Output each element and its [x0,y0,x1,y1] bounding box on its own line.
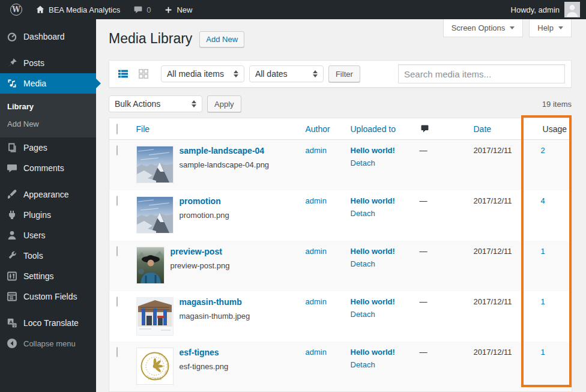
new-content-menu[interactable]: New [160,0,196,19]
media-thumbnail-shop[interactable] [136,297,174,336]
column-header-uploaded-to[interactable]: Uploaded to [351,124,396,134]
media-table: File Author Uploaded to Date Usage sampl… [109,118,572,392]
search-input[interactable] [398,64,565,83]
media-title-link[interactable]: magasin-thumb [180,297,242,307]
filter-button[interactable]: Filter [328,65,360,82]
sidebar: Dashboard Posts Media Library Add New Pa… [0,19,96,392]
detach-link[interactable]: Detach [351,310,375,319]
sidebar-item-appearance[interactable]: Appearance [0,184,96,205]
submenu-item-add-new[interactable]: Add New [0,115,96,133]
sidebar-item-custom-fields[interactable]: Custom Fields [0,286,96,307]
detach-link[interactable]: Detach [351,209,375,218]
column-header-usage: Usage [543,124,567,134]
screen-options-button[interactable]: Screen Options [443,19,524,37]
uploaded-to-link[interactable]: Hello world! [351,297,410,306]
usage-count-link[interactable]: 2 [529,146,545,155]
submenu-item-library[interactable]: Library [0,98,96,115]
author-link[interactable]: admin [306,196,327,205]
detach-link[interactable]: Detach [351,158,375,167]
sidebar-item-label: Users [23,231,46,240]
wrench-icon [6,250,18,262]
author-link[interactable]: admin [306,297,327,306]
usage-count-link[interactable]: 4 [529,196,545,205]
sliders-icon [6,270,18,282]
page-title: Media Library [109,31,192,47]
media-filename: esf-tignes.png [180,362,229,371]
site-menu[interactable]: BEA Media Analytics [31,0,124,19]
row-checkbox[interactable] [116,145,118,155]
sidebar-item-settings[interactable]: Settings [0,266,96,286]
grid-view-icon[interactable] [136,66,151,82]
comment-count-cell: — [420,348,427,357]
sidebar-item-plugins[interactable]: Plugins [0,205,96,225]
uploaded-to-link[interactable]: Hello world! [351,146,410,155]
collapse-menu-button[interactable]: Collapse menu [0,333,96,354]
comment-count: 0 [146,5,151,14]
media-type-select[interactable]: All media items [161,65,244,82]
sidebar-item-tools[interactable]: Tools [0,246,96,266]
row-checkbox[interactable] [116,246,118,256]
howdy-text[interactable]: Howdy, admin [511,5,560,14]
media-thumbnail-portrait[interactable] [136,247,165,284]
media-thumbnail-mountain[interactable] [136,196,174,234]
apply-button[interactable]: Apply [207,95,241,112]
date-filter-select[interactable]: All dates [249,65,324,82]
row-checkbox[interactable] [116,347,118,357]
usage-count-link[interactable]: 1 [529,348,545,357]
sidebar-item-loco-translate[interactable]: A文 Loco Translate [0,313,96,333]
comment-count-cell: — [420,196,427,205]
media-title-link[interactable]: esf-tignes [180,348,219,357]
detach-link[interactable]: Detach [351,259,375,268]
uploaded-to-link[interactable]: Hello world! [351,247,410,256]
column-header-author[interactable]: Author [306,124,330,134]
admin-bar-comments[interactable]: 0 [129,0,155,19]
sidebar-item-dashboard[interactable]: Dashboard [0,26,96,47]
author-link[interactable]: admin [306,348,327,357]
bulk-actions-select[interactable]: Bulk Actions [109,95,202,112]
select-all-checkbox[interactable] [116,124,118,134]
svg-text:TIGNES: TIGNES [148,377,162,380]
collapse-arrow-icon [6,337,18,349]
column-header-file[interactable]: File [136,124,150,134]
help-button[interactable]: Help [529,19,572,37]
sidebar-item-label: Tools [23,251,43,261]
avatar[interactable] [564,2,580,17]
media-icon [6,77,18,89]
media-thumbnail-mountain[interactable] [136,146,174,183]
site-name: BEA Media Analytics [49,5,120,14]
usage-count-link[interactable]: 1 [529,297,545,306]
select-arrows-icon [192,100,196,107]
column-header-date[interactable]: Date [474,124,492,134]
sidebar-item-comments[interactable]: Comments [0,158,96,178]
row-checkbox[interactable] [116,196,118,206]
bulk-actions-select-value: Bulk Actions [115,99,160,109]
sidebar-item-label: Appearance [23,190,69,199]
help-label: Help [537,23,554,32]
sidebar-item-posts[interactable]: Posts [0,53,96,73]
list-view-icon[interactable] [115,66,131,82]
new-label: New [177,5,192,14]
sidebar-item-label: Media [23,79,46,88]
pages-icon [6,142,18,154]
media-title-link[interactable]: sample-landscape-04 [180,146,265,155]
sidebar-item-label: Comments [23,163,64,173]
collapse-menu-label: Collapse menu [23,339,76,348]
author-link[interactable]: admin [306,146,327,155]
media-title-link[interactable]: preview-post [171,247,222,256]
media-title-link[interactable]: promotion [180,196,221,206]
detach-link[interactable]: Detach [351,360,375,369]
row-checkbox[interactable] [116,297,118,307]
uploaded-to-link[interactable]: Hello world! [351,348,410,357]
table-grid-icon [6,291,18,303]
sidebar-item-pages[interactable]: Pages [0,137,96,158]
svg-text:文: 文 [13,324,17,328]
uploaded-to-link[interactable]: Hello world! [351,196,410,205]
chevron-down-icon [510,26,515,29]
add-new-button[interactable]: Add New [199,31,244,47]
sidebar-item-media[interactable]: Media [0,73,96,94]
author-link[interactable]: admin [306,247,327,256]
wordpress-logo-icon[interactable]: W [6,0,26,19]
sidebar-item-users[interactable]: Users [0,225,96,246]
usage-count-link[interactable]: 1 [529,247,545,256]
media-thumbnail-logo[interactable]: ECOLE DU SKI FRANÇAISTIGNES [136,348,174,385]
